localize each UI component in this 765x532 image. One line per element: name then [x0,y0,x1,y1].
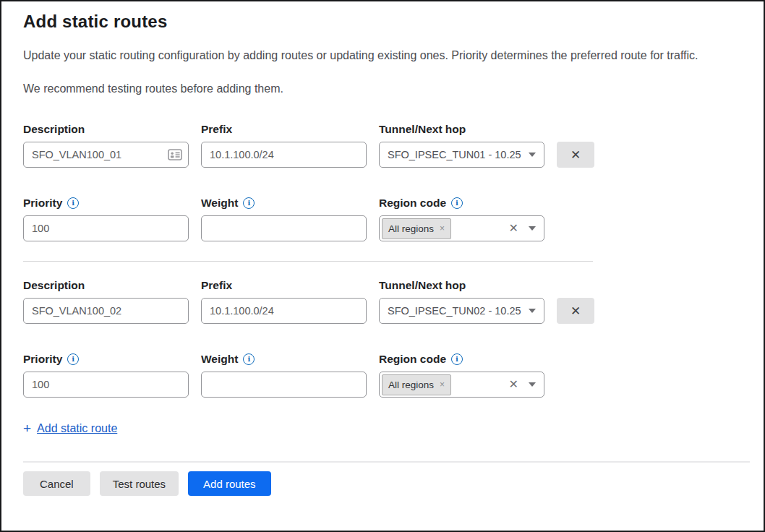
region-code-field: Region codei All regions × ✕ [379,197,544,241]
weight-field: Weighti [201,353,367,398]
tunnel-select-value: SFO_IPSEC_TUN02 - 10.25... [388,305,521,317]
description-label: Description [23,279,189,292]
chip-remove-icon[interactable]: × [440,224,445,233]
region-chip[interactable]: All regions × [382,218,451,239]
description-input[interactable] [23,142,189,168]
page-title: Add static routes [23,12,742,32]
region-code-field: Region codei All regions × ✕ [379,353,544,398]
weight-input[interactable] [201,372,367,398]
footer-actions: Cancel Test routes Add routes [23,471,742,496]
plus-icon: + [23,421,31,437]
description-field: Description [23,279,189,324]
tunnel-select-value: SFO_IPSEC_TUN01 - 10.25... [388,149,521,160]
tunnel-select[interactable]: SFO_IPSEC_TUN01 - 10.25... [379,142,544,168]
description-input[interactable] [23,298,189,324]
info-icon[interactable]: i [67,353,79,365]
dropdown-caret-icon [529,153,536,157]
remove-route-button[interactable]: ✕ [557,142,594,168]
priority-label: Priorityi [23,353,189,366]
region-code-label: Region codei [379,353,544,366]
tunnel-label: Tunnel/Next hop [379,123,544,136]
clear-selection-icon[interactable]: ✕ [509,223,518,234]
tunnel-field: Tunnel/Next hop SFO_IPSEC_TUN01 - 10.25.… [379,123,544,168]
info-icon[interactable]: i [451,197,463,209]
info-icon[interactable]: i [451,353,463,365]
region-code-label: Region codei [379,197,544,210]
close-icon: ✕ [570,304,581,319]
description-field: Description [23,123,189,168]
weight-label: Weighti [201,353,367,366]
remove-route-button[interactable]: ✕ [557,298,594,324]
weight-input[interactable] [201,215,367,241]
tunnel-select[interactable]: SFO_IPSEC_TUN02 - 10.25... [379,298,544,324]
info-icon[interactable]: i [243,353,255,365]
dropdown-caret-icon [529,309,536,313]
priority-input[interactable] [23,372,189,398]
dropdown-caret-icon [529,226,536,231]
region-code-select[interactable]: All regions × ✕ [379,372,544,398]
region-chip-label: All regions [388,223,434,234]
cancel-button[interactable]: Cancel [23,471,90,496]
recommendation-text: We recommend testing routes before addin… [23,82,742,95]
description-label: Description [23,123,189,136]
route-section-1: Description Prefix T [23,123,742,241]
prefix-input[interactable] [201,298,367,324]
prefix-field: Prefix [201,123,367,168]
weight-field: Weighti [201,197,367,241]
region-code-select[interactable]: All regions × ✕ [379,215,544,241]
chip-remove-icon[interactable]: × [440,380,445,389]
close-icon: ✕ [570,147,581,163]
priority-label: Priorityi [23,197,189,210]
route-divider [23,261,593,262]
test-routes-button[interactable]: Test routes [100,471,179,496]
priority-field: Priorityi [23,197,189,241]
prefix-input[interactable] [201,142,367,168]
info-icon[interactable]: i [243,197,255,209]
clear-selection-icon[interactable]: ✕ [509,379,518,390]
region-chip-label: All regions [388,379,434,390]
dropdown-caret-icon [529,382,536,387]
autofill-contact-card-icon[interactable] [168,149,182,160]
prefix-label: Prefix [201,279,367,292]
intro-text: Update your static routing configuration… [23,49,742,62]
weight-label: Weighti [201,197,367,210]
tunnel-label: Tunnel/Next hop [379,279,544,292]
priority-field: Priorityi [23,353,189,398]
prefix-field: Prefix [201,279,367,324]
tunnel-field: Tunnel/Next hop SFO_IPSEC_TUN02 - 10.25.… [379,279,544,324]
priority-input[interactable] [23,215,189,241]
region-chip[interactable]: All regions × [382,374,451,395]
footer-divider [23,461,750,463]
add-static-route-link[interactable]: Add static route [37,422,117,435]
prefix-label: Prefix [201,123,367,136]
route-section-2: Description Prefix Tunnel/Next hop SFO_I… [23,279,742,398]
info-icon[interactable]: i [67,197,79,209]
add-routes-button[interactable]: Add routes [188,471,271,496]
